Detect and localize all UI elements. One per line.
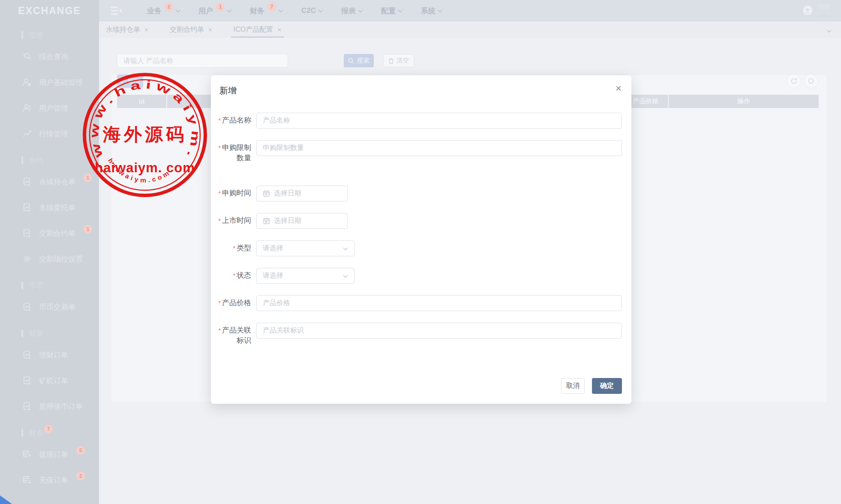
tab-label: 永续持仓单: [106, 25, 140, 34]
field-label: *类型: [216, 240, 256, 256]
chevron-down-icon: [343, 275, 348, 278]
app: EXCHANGE 管理综合查询用户基础管理用户管理行情管理合约永续持仓单1永续委…: [0, 0, 841, 504]
user-menu[interactable]: root: [801, 3, 830, 18]
doc-icon: [22, 402, 32, 411]
tabs-overflow-chevron-icon[interactable]: [826, 27, 832, 35]
menu-label: 配置: [381, 6, 396, 16]
sidebar-section-contract: 合约永续持仓单1永续委托单交割合约单1交割场控设置: [0, 154, 99, 272]
sidebar-item-perpetual-entrust-orders[interactable]: 永续委托单: [0, 195, 99, 220]
search-icon: [22, 52, 32, 61]
menu-label: 业务: [147, 6, 162, 16]
cancel-button[interactable]: 取消: [561, 378, 585, 394]
form-row-purchase-time: *申购时间选择日期: [216, 186, 631, 201]
sidebar-item-label: 永续持仓单: [39, 177, 75, 187]
table-header-cell: id: [117, 95, 167, 108]
refresh-icon: [790, 78, 797, 84]
sidebar-item-label: 行情管理: [39, 129, 68, 139]
field-listing-time-input[interactable]: 选择日期: [256, 213, 348, 229]
form-row-listing-time: *上市时间选择日期: [216, 213, 631, 229]
sidebar-item-market-management[interactable]: 行情管理: [0, 121, 99, 147]
sidebar-item-comprehensive-query[interactable]: 综合查询: [0, 44, 99, 69]
tab-close-icon[interactable]: [277, 27, 282, 33]
required-asterisk: *: [218, 189, 221, 197]
tab-label: ICO产品配置: [234, 25, 273, 34]
badge: 1: [84, 174, 92, 182]
sidebar-collapse-icon[interactable]: [110, 6, 123, 16]
navbar-menu-user[interactable]: 用户1: [198, 6, 232, 16]
tab-ico-product-config[interactable]: ICO产品配置: [233, 21, 282, 38]
sidebar-item-delivery-risk-settings[interactable]: 交割场控设置: [0, 246, 99, 272]
navbar-menu-report[interactable]: 报表: [341, 6, 363, 16]
required-asterisk: *: [233, 272, 235, 279]
close-icon[interactable]: [615, 83, 622, 93]
sidebar-item-label: 交割场控设置: [39, 254, 83, 264]
navbar-menu-finance[interactable]: 财务7: [250, 6, 283, 16]
sidebar-item-spot-trade-orders[interactable]: 币币交易单: [0, 294, 99, 320]
doc-icon: [22, 376, 32, 385]
sidebar-item-user-base-management[interactable]: 用户基础管理: [0, 69, 99, 95]
sidebar-item-miner-orders[interactable]: 矿机订单: [0, 368, 99, 393]
fullscreen-button[interactable]: [804, 74, 818, 88]
search-input[interactable]: [117, 54, 288, 68]
trash-icon: [388, 58, 394, 64]
avatar: [801, 4, 814, 17]
sidebar-item-perpetual-position-orders[interactable]: 永续持仓单1: [0, 169, 99, 195]
badge: 1: [84, 225, 92, 234]
confirm-button[interactable]: 确定: [592, 378, 622, 394]
tab-delivery-contract[interactable]: 交割合约单: [169, 21, 213, 38]
sidebar-item-label: 质押借币订单: [39, 402, 83, 411]
add-modal: 新增 *产品名称产品名称*申购限制数量申购限制数量*申购时间选择日期*上市时间选…: [211, 75, 631, 404]
sidebar-item-recharge-orders[interactable]: 充值订单2: [0, 467, 99, 493]
calendar-icon: [263, 217, 270, 225]
app-logo: EXCHANGE: [0, 0, 99, 21]
field-purchase-limit-input[interactable]: 申购限制数量: [256, 140, 622, 156]
menu-label: 系统: [421, 6, 436, 16]
field-product-price-input[interactable]: 产品价格: [256, 295, 622, 311]
sidebar-item-user-management[interactable]: 用户管理: [0, 95, 99, 121]
chevron-down-icon: [175, 9, 180, 13]
sidebar-item-withdraw-orders[interactable]: 提现订单5: [0, 441, 99, 467]
tab-close-icon[interactable]: [144, 27, 149, 33]
field-product-name-input[interactable]: 产品名称: [256, 113, 622, 129]
required-asterisk: *: [218, 117, 221, 124]
field-label: *状态: [216, 268, 256, 284]
sidebar-section-title: 币币: [0, 279, 99, 291]
sidebar-item-pledge-loan-orders[interactable]: 质押借币订单: [0, 393, 99, 419]
section-bar: [21, 31, 23, 39]
sidebar-item-label: 矿机订单: [39, 376, 68, 386]
navbar-menu-system[interactable]: 系统: [421, 6, 443, 16]
modal-title: 新增: [219, 86, 237, 95]
modal-footer: 取消 确定: [561, 378, 622, 394]
tab-perpetual-position[interactable]: 永续持仓单: [105, 21, 150, 38]
tab-bar: 永续持仓单交割合约单ICO产品配置: [99, 21, 841, 38]
navbar-menu-business[interactable]: 业务2: [147, 6, 180, 16]
sidebar-item-label: 永续委托单: [39, 203, 75, 213]
field-label: *上市时间: [216, 213, 256, 229]
clear-button[interactable]: 清空: [383, 54, 414, 67]
badge: 5: [76, 446, 85, 455]
required-asterisk: *: [218, 144, 221, 151]
add-button[interactable]: 新增: [117, 75, 143, 88]
doc-icon: [22, 228, 32, 238]
badge: 2: [76, 472, 85, 480]
navbar-menu-config[interactable]: 配置: [381, 6, 403, 16]
sidebar-item-wealth-orders[interactable]: 理财订单: [0, 342, 99, 368]
form-row-purchase-limit: *申购限制数量申购限制数量: [216, 140, 631, 163]
chevron-down-icon: [358, 9, 363, 13]
modal-form: *产品名称产品名称*申购限制数量申购限制数量*申购时间选择日期*上市时间选择日期…: [211, 113, 631, 346]
sidebar-item-delivery-contract-orders[interactable]: 交割合约单1: [0, 220, 99, 246]
username: root: [818, 3, 830, 10]
doc-icon: [22, 350, 32, 360]
badge: 2: [165, 3, 173, 11]
sidebar-section-finance: 财务7提现订单5充值订单2: [0, 427, 99, 493]
refresh-button[interactable]: [787, 74, 801, 88]
field-product-relation-id-input[interactable]: 产品关联标识: [256, 323, 622, 339]
search-button[interactable]: 搜索: [344, 54, 374, 67]
sidebar-item-label: 提现订单: [39, 450, 68, 459]
field-type-select[interactable]: 请选择: [256, 240, 354, 256]
field-purchase-time-input[interactable]: 选择日期: [256, 186, 348, 201]
sidebar-item-label: 交割合约单: [39, 228, 75, 238]
tab-close-icon[interactable]: [208, 27, 213, 33]
field-status-select[interactable]: 请选择: [256, 268, 354, 284]
navbar-menu-c2c[interactable]: C2C: [301, 6, 323, 15]
